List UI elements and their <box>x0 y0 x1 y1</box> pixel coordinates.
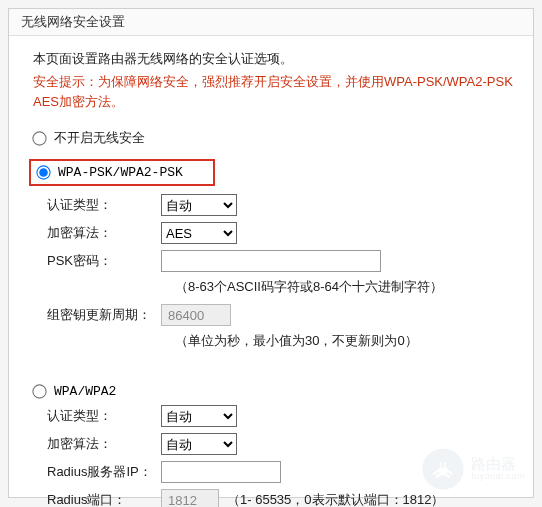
radius-ip-label: Radius服务器IP： <box>47 463 161 481</box>
wpa-enc-select[interactable]: 自动 <box>161 433 237 455</box>
wpapsk-rekey-hint: （单位为秒，最小值为30，不更新则为0） <box>175 332 513 350</box>
psk-hint: （8-63个ASCII码字符或8-64个十六进制字符） <box>175 278 513 296</box>
radio-none-label: 不开启无线安全 <box>54 129 145 147</box>
router-icon <box>421 447 465 491</box>
panel-body: 本页面设置路由器无线网络的安全认证选项。 安全提示：为保障网络安全，强烈推荐开启… <box>9 36 533 507</box>
security-warning: 安全提示：为保障网络安全，强烈推荐开启安全设置，并使用WPA-PSK/WPA2-… <box>33 72 513 111</box>
wpapsk-auth-select[interactable]: 自动 <box>161 194 237 216</box>
radio-none[interactable] <box>32 131 46 145</box>
wpapsk-rekey-label: 组密钥更新周期： <box>47 306 161 324</box>
wpapsk-enc-label: 加密算法： <box>47 224 161 242</box>
wpapsk-section: 认证类型： 自动 加密算法： AES PSK密码： <box>33 194 513 350</box>
wpa-auth-label: 认证类型： <box>47 407 161 425</box>
wpapsk-psk-label: PSK密码： <box>47 252 161 270</box>
watermark-sub: luyouqi.com <box>471 472 525 481</box>
panel-title: 无线网络安全设置 <box>9 9 533 36</box>
security-panel: 无线网络安全设置 本页面设置路由器无线网络的安全认证选项。 安全提示：为保障网络… <box>8 8 534 498</box>
option-no-security[interactable]: 不开启无线安全 <box>33 125 513 159</box>
svg-rect-2 <box>441 462 442 468</box>
wpapsk-rekey-input[interactable] <box>161 304 231 326</box>
option-wpa[interactable]: WPA/WPA2 <box>33 380 513 405</box>
radio-wpa[interactable] <box>32 384 46 398</box>
wpapsk-auth-label: 认证类型： <box>47 196 161 214</box>
radio-wpapsk[interactable] <box>36 165 50 179</box>
wpa-enc-label: 加密算法： <box>47 435 161 453</box>
option-wpa-psk[interactable]: WPA-PSK/WPA2-PSK <box>29 159 215 186</box>
wpapsk-enc-select[interactable]: AES <box>161 222 237 244</box>
psk-password-input[interactable] <box>161 250 381 272</box>
radio-wpa-label: WPA/WPA2 <box>54 384 116 399</box>
radius-ip-input[interactable] <box>161 461 281 483</box>
svg-rect-3 <box>445 462 446 468</box>
wpa-auth-select[interactable]: 自动 <box>161 405 237 427</box>
radio-wpapsk-label: WPA-PSK/WPA2-PSK <box>58 165 183 180</box>
radius-port-hint: （1- 65535，0表示默认端口：1812） <box>227 491 444 507</box>
intro-text: 本页面设置路由器无线网络的安全认证选项。 <box>33 50 513 68</box>
svg-rect-1 <box>439 468 447 474</box>
watermark-text: 路由器 <box>471 456 525 472</box>
radius-port-label: Radius端口： <box>47 491 161 507</box>
radius-port-input[interactable] <box>161 489 219 507</box>
watermark: 路由器 luyouqi.com <box>421 447 525 491</box>
